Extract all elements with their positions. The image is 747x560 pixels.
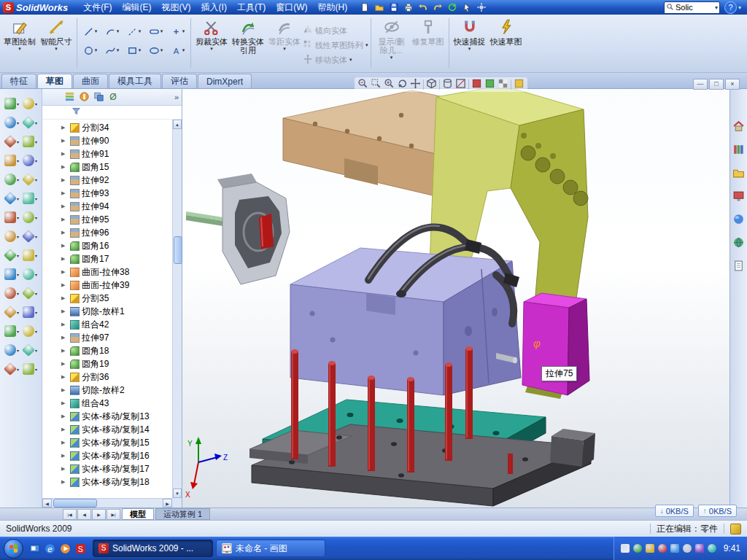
tray-icon-1[interactable] [621, 544, 630, 553]
tray-icon-8[interactable] [708, 544, 716, 553]
dropdown-arrow-icon[interactable]: ▾ [139, 47, 142, 53]
help-button[interactable]: ? [724, 1, 737, 14]
standard-views-icon[interactable] [426, 78, 437, 92]
ribbon-button-snap[interactable]: 快速捕捉▾ [452, 17, 488, 69]
tray-icon-3[interactable] [646, 544, 654, 553]
left-toolbar-button[interactable]: ▾ [23, 306, 37, 318]
expand-arrow-icon[interactable]: ▶ [61, 125, 68, 131]
left-toolbar-button[interactable]: ▾ [4, 174, 19, 185]
new-document-icon[interactable] [358, 1, 371, 13]
dropdown-arrow-icon[interactable]: ▾ [117, 28, 120, 34]
tab-3[interactable]: 曲面 [73, 74, 108, 88]
tab-5[interactable]: 评估 [162, 74, 197, 88]
feature-tree-item[interactable]: ▶实体-移动/复制16 [42, 449, 172, 462]
left-toolbar-button[interactable]: ▾ [4, 117, 19, 128]
feature-tree-item[interactable]: ▶实体-移动/复制14 [42, 423, 172, 436]
custom-properties-icon[interactable] [732, 260, 745, 275]
left-toolbar-button[interactable]: ▾ [4, 325, 19, 337]
feature-tree-item[interactable]: ▶切除-放样1 [42, 305, 172, 318]
rectangle-tool-button[interactable]: ▾ [123, 42, 144, 59]
feature-tree-item[interactable]: ▶曲面-拉伸38 [42, 265, 172, 279]
left-toolbar-button[interactable]: ▾ [4, 211, 19, 223]
dropdown-arrow-icon[interactable]: ▾ [17, 291, 19, 296]
centerline-tool-button[interactable]: ▾ [123, 23, 144, 40]
text-tool-button[interactable]: A▾ [167, 42, 188, 59]
vcr-prev-button[interactable]: ◀ [77, 509, 91, 520]
ribbon-button-pattern[interactable]: 线性草图阵列▾ [303, 39, 368, 52]
dropdown-arrow-icon[interactable]: ▾ [17, 215, 19, 220]
search-input[interactable] [676, 3, 713, 12]
left-toolbar-button[interactable]: ▾ [23, 117, 37, 128]
graphics-area[interactable]: φ [182, 89, 729, 508]
expand-arrow-icon[interactable]: ▶ [61, 427, 68, 432]
scenes-globe-icon[interactable] [732, 236, 745, 252]
rebuild-icon[interactable] [446, 1, 459, 13]
dropdown-arrow-icon[interactable]: ▾ [35, 367, 37, 372]
feature-tree-item[interactable]: ▶拉伸91 [42, 147, 172, 160]
feature-tree-item[interactable]: ▶实体-移动/复制17 [42, 462, 172, 475]
display-style-icon[interactable] [442, 78, 453, 92]
expand-arrow-icon[interactable]: ▶ [61, 243, 68, 249]
expand-arrow-icon[interactable]: ▶ [61, 335, 68, 341]
dropdown-arrow-icon[interactable]: ▾ [35, 215, 37, 220]
dropdown-arrow-icon[interactable]: ▾ [35, 196, 37, 201]
menu-item-6[interactable]: 窗口(W) [271, 1, 312, 15]
feature-tree-item[interactable]: ▶曲面-拉伸39 [42, 279, 172, 292]
dropdown-arrow-icon[interactable]: ▾ [17, 101, 19, 106]
line-tool-button[interactable]: ▾ [80, 23, 101, 40]
dropdown-arrow-icon[interactable]: ▾ [117, 47, 120, 53]
dropdown-arrow-icon[interactable]: ▾ [17, 139, 19, 144]
show-desktop-icon[interactable] [28, 542, 41, 555]
feature-tree-item[interactable]: ▶拉伸93 [42, 187, 172, 200]
options-gear-icon[interactable] [475, 1, 488, 13]
left-toolbar-button[interactable]: ▾ [23, 344, 37, 356]
dropdown-arrow-icon[interactable]: ▾ [210, 46, 213, 52]
expand-arrow-icon[interactable]: ▶ [61, 190, 68, 196]
dropdown-arrow-icon[interactable]: ▾ [35, 348, 37, 353]
taskbar-button-paint[interactable]: 未命名 - 画图 [216, 540, 325, 557]
left-toolbar-button[interactable]: ▾ [4, 287, 19, 299]
menu-item-7[interactable]: 帮助(H) [313, 1, 353, 15]
feature-tree-item[interactable]: ▶拉伸95 [42, 213, 172, 226]
feature-tree-item[interactable]: ▶实体-移动/复制13 [42, 410, 172, 423]
home-icon[interactable] [732, 120, 745, 135]
feature-tree-item[interactable]: ▶分割34 [42, 121, 172, 134]
checker-view-icon[interactable] [498, 78, 508, 92]
left-toolbar-button[interactable]: ▾ [23, 325, 37, 337]
dropdown-arrow-icon[interactable]: ▾ [17, 272, 19, 277]
left-toolbar-button[interactable]: ▾ [4, 249, 19, 261]
left-toolbar-button[interactable]: ▾ [23, 287, 37, 299]
left-toolbar-button[interactable]: ▾ [23, 136, 37, 147]
property-manager-tab[interactable] [79, 91, 90, 103]
dropdown-arrow-icon[interactable]: ▾ [17, 310, 19, 315]
menu-item-2[interactable]: 编辑(E) [117, 1, 157, 15]
ribbon-button-convert[interactable]: 转换实体引用 [230, 17, 266, 69]
expand-arrow-icon[interactable]: ▶ [61, 230, 68, 236]
expand-arrow-icon[interactable]: ▶ [61, 203, 68, 209]
feature-tree-item[interactable]: ▶圆角19 [42, 357, 172, 370]
left-toolbar-button[interactable]: ▾ [4, 344, 19, 356]
dropdown-arrow-icon[interactable]: ▾ [35, 139, 37, 144]
expand-arrow-icon[interactable]: ▶ [61, 295, 68, 301]
zoom-in-out-icon[interactable] [384, 78, 395, 92]
dropdown-arrow-icon[interactable]: ▾ [17, 177, 19, 182]
expand-arrow-icon[interactable]: ▶ [61, 217, 68, 222]
dropdown-arrow-icon[interactable]: ▾ [35, 101, 37, 106]
dropdown-arrow-icon[interactable]: ▾ [95, 28, 98, 34]
feature-tree-item[interactable]: ▶圆角15 [42, 160, 172, 174]
expand-arrow-icon[interactable]: ▶ [61, 453, 68, 459]
model-small-pin[interactable] [508, 454, 513, 474]
feature-tree-item[interactable]: ▶实体-移动/复制15 [42, 436, 172, 449]
vcr-first-button[interactable]: |◀ [63, 509, 77, 520]
left-toolbar-button[interactable]: ▾ [23, 230, 37, 242]
ribbon-button-rapid[interactable]: 快速草图 [488, 17, 525, 69]
left-toolbar-button[interactable]: ▾ [4, 363, 19, 375]
dropdown-arrow-icon[interactable]: ▾ [468, 46, 471, 52]
feature-tree-item[interactable]: ▶圆角18 [42, 344, 172, 357]
ribbon-button-repair[interactable]: 修复草图 [410, 17, 446, 69]
pan-icon[interactable] [410, 78, 421, 92]
dropdown-arrow-icon[interactable]: ▾ [17, 196, 19, 201]
left-toolbar-button[interactable]: ▾ [23, 98, 37, 109]
dropdown-arrow-icon[interactable]: ▾ [35, 291, 37, 296]
redo-icon[interactable] [431, 1, 444, 13]
